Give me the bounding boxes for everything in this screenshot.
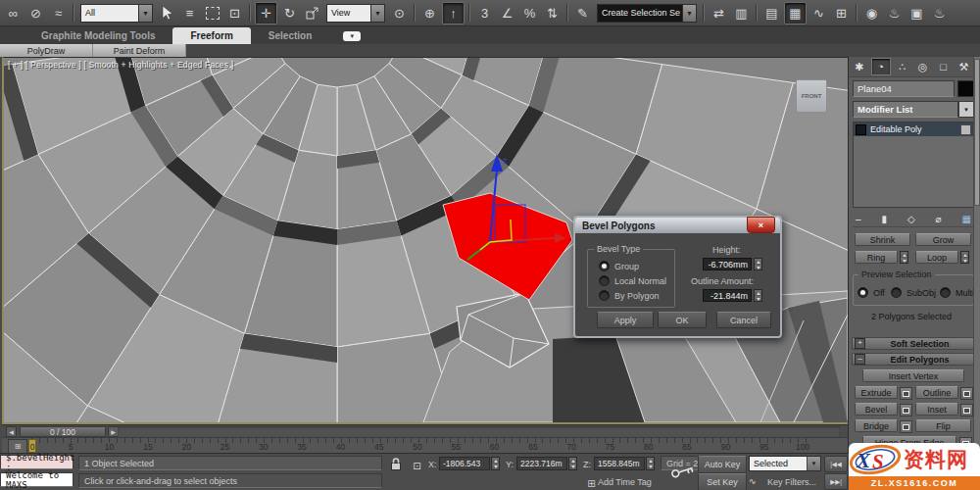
key-filters-button[interactable]: Key Filters... — [767, 477, 816, 487]
preview-off-radio[interactable]: Off — [858, 287, 885, 298]
default-in-out-curve-icon[interactable]: ∿ — [749, 476, 757, 486]
selection-filter-value[interactable]: All — [81, 5, 138, 22]
grow-button[interactable]: Grow — [915, 233, 971, 246]
go-to-start-icon[interactable]: |◀◀ — [824, 456, 848, 472]
ring-spinner[interactable] — [900, 251, 908, 264]
utilities-tab-icon[interactable]: ⚒ — [956, 59, 973, 74]
auto-key-button[interactable]: Auto Key — [698, 456, 747, 473]
manage-layers-icon[interactable]: ▤ — [761, 3, 782, 24]
object-name-field[interactable]: Plane04 — [853, 80, 955, 97]
remove-modifier-icon[interactable]: ⌀ — [936, 214, 942, 224]
y-spinner[interactable] — [568, 457, 577, 470]
configure-modifier-sets-icon[interactable]: ▦ — [962, 214, 971, 224]
bevel-settings-icon[interactable] — [900, 404, 912, 416]
preview-multi-radio[interactable]: Multi — [940, 287, 974, 298]
bind-to-space-warp-icon[interactable]: ≈ — [48, 3, 69, 24]
add-time-tag[interactable]: Add Time Tag — [598, 477, 652, 487]
percent-snap-icon[interactable]: % — [519, 3, 540, 24]
window-crossing-icon[interactable]: ⊡ — [224, 3, 245, 24]
viewport-label[interactable]: [ + ] [ Perspective ] [ Smooth + Highlig… — [8, 60, 233, 70]
make-unique-icon[interactable]: ◇ — [907, 214, 915, 224]
loop-spinner[interactable] — [960, 251, 969, 264]
modify-tab-icon[interactable]: ◔ — [871, 58, 891, 75]
y-coordinate-field[interactable]: 2223.716m — [516, 457, 567, 470]
selection-lock-icon[interactable] — [390, 458, 402, 472]
material-editor-icon[interactable]: ◉ — [861, 3, 882, 24]
bridge-settings-icon[interactable] — [900, 420, 912, 433]
snap-toggle-3d-icon[interactable]: 3 — [474, 3, 495, 24]
panel-paint-deform[interactable]: Paint Deform — [93, 44, 186, 57]
render-production-icon[interactable]: ♨ — [929, 3, 950, 24]
keyboard-override-icon[interactable]: ↑ — [442, 2, 465, 24]
apply-button[interactable]: Apply — [597, 312, 654, 328]
prev-frame-icon[interactable]: ◀ — [6, 426, 17, 437]
tab-graphite-modeling-tools[interactable]: Graphite Modeling Tools — [24, 27, 172, 44]
graphite-ribbon-toggle-icon[interactable]: ▦ — [784, 2, 807, 24]
use-pivot-center-icon[interactable]: ⊙ — [389, 3, 410, 24]
named-selection-sets-select[interactable]: Create Selection Se ▼ — [597, 4, 697, 23]
bevel-button[interactable]: Bevel — [855, 403, 898, 416]
tab-selection[interactable]: Selection — [251, 27, 329, 44]
tab-freeform[interactable]: Freeform — [172, 27, 250, 44]
display-tab-icon[interactable]: □ — [935, 59, 953, 74]
x-coordinate-field[interactable]: -1806.543 — [439, 457, 490, 470]
chevron-down-icon[interactable]: ▼ — [138, 5, 152, 22]
chevron-down-icon[interactable]: ▼ — [682, 5, 696, 22]
outline-amount-field[interactable]: -21.844m — [703, 289, 752, 302]
flip-button[interactable]: Flip — [915, 419, 971, 432]
ok-button[interactable]: OK — [658, 312, 707, 328]
select-and-move-icon[interactable]: ✛ — [255, 2, 277, 24]
radio-local-normal[interactable]: Local Normal — [599, 275, 666, 286]
selection-filter-select[interactable]: All ▼ — [80, 4, 153, 23]
viewcube[interactable]: FRONT — [796, 79, 827, 113]
select-and-scale-icon[interactable] — [302, 3, 322, 24]
motion-tab-icon[interactable]: ◎ — [914, 59, 932, 74]
expand-icon[interactable]: + — [855, 338, 865, 349]
height-spinner[interactable] — [754, 258, 762, 270]
create-tab-icon[interactable]: ✱ — [851, 59, 868, 74]
next-frame-button-icon[interactable]: ▶▶| — [824, 473, 848, 490]
outline-settings-icon[interactable] — [960, 387, 973, 400]
select-object-icon[interactable] — [157, 3, 177, 24]
shrink-button[interactable]: Shrink — [855, 233, 910, 246]
select-by-name-icon[interactable]: ≡ — [179, 3, 200, 24]
object-color-swatch[interactable] — [957, 80, 974, 97]
reference-coordinate-value[interactable]: View — [327, 5, 370, 22]
radio-icon[interactable] — [940, 287, 951, 298]
height-field[interactable]: -6.706mm — [703, 258, 752, 270]
loop-button[interactable]: Loop — [915, 251, 958, 264]
close-icon[interactable]: × — [747, 217, 775, 233]
radio-by-polygon[interactable]: By Polygon — [599, 290, 660, 301]
spinner-snap-icon[interactable]: ⇅ — [542, 3, 563, 24]
z-spinner[interactable] — [646, 457, 655, 470]
radio-icon[interactable] — [599, 275, 610, 286]
bridge-button[interactable]: Bridge — [855, 419, 898, 432]
z-coordinate-field[interactable]: 1558.845m — [594, 457, 645, 470]
modifier-list-select[interactable]: Modifier List — [853, 101, 958, 118]
chevron-down-icon[interactable]: ▼ — [807, 457, 820, 470]
hierarchy-tab-icon[interactable]: ∴ — [894, 59, 911, 74]
inset-button[interactable]: Inset — [915, 403, 958, 416]
radio-icon[interactable] — [858, 287, 868, 298]
cancel-button[interactable]: Cancel — [716, 312, 771, 328]
radio-group[interactable]: Group — [599, 261, 639, 271]
scrollbar-thumb[interactable] — [974, 59, 980, 206]
panel-polydraw[interactable]: PolyDraw — [0, 44, 93, 57]
pin-stack-icon[interactable]: – — [856, 214, 861, 224]
set-key-button[interactable]: Set Key — [698, 473, 747, 490]
curve-editor-icon[interactable]: ∿ — [808, 3, 829, 24]
ribbon-minimize-icon[interactable]: ▾ — [343, 31, 361, 41]
unlink-selection-icon[interactable]: ⊘ — [25, 3, 46, 24]
track-mode-select[interactable]: Selected ▼ — [749, 456, 821, 471]
radio-icon[interactable] — [599, 290, 610, 301]
stack-item-editable-poly[interactable]: Editable Poly — [854, 122, 973, 136]
x-spinner[interactable] — [491, 457, 500, 470]
edit-named-selection-sets-icon[interactable]: ✎ — [572, 3, 593, 24]
ring-button[interactable]: Ring — [855, 251, 898, 264]
reference-coordinate-select[interactable]: View ▼ — [326, 4, 385, 23]
rectangular-selection-region-icon[interactable] — [202, 3, 222, 24]
chevron-down-icon[interactable]: ▼ — [958, 101, 974, 118]
select-and-manipulate-icon[interactable]: ⊕ — [419, 3, 440, 24]
render-setup-icon[interactable]: ♨ — [884, 3, 905, 24]
chevron-down-icon[interactable]: ▼ — [370, 5, 384, 22]
